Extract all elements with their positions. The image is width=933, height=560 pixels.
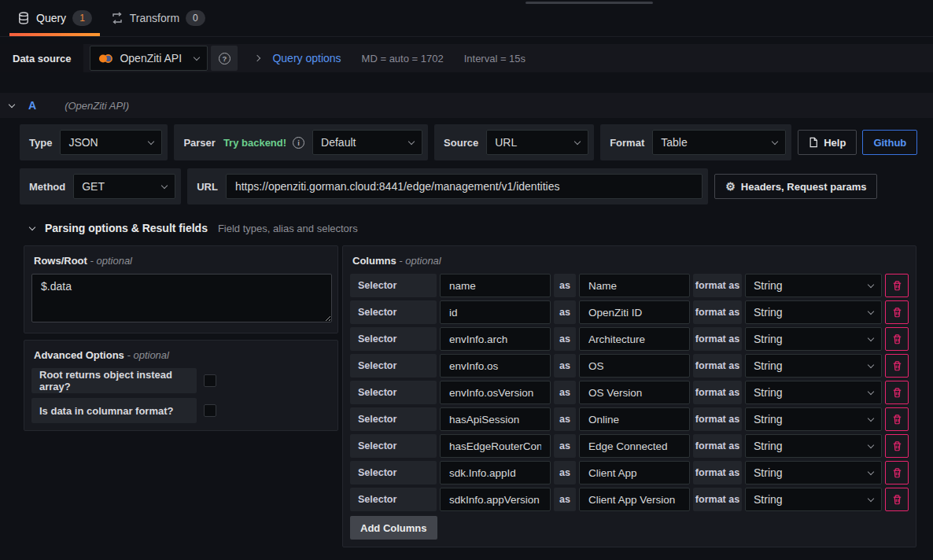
editor-row-2: Method GET URL ⚙ Headers, Request params	[20, 168, 933, 204]
as-label: as	[554, 381, 576, 404]
column-row: Selector as format as String	[350, 327, 909, 351]
column-selector-input[interactable]	[440, 381, 551, 404]
delete-column-button[interactable]	[885, 274, 909, 297]
column-format-select[interactable]: String	[745, 407, 882, 431]
add-columns-button[interactable]: Add Columns	[350, 516, 437, 540]
column-format-select[interactable]: String	[745, 327, 882, 351]
column-selector-input[interactable]	[440, 434, 551, 458]
query-ref-id: A	[28, 99, 36, 112]
parser-field: Parser Try backend! i Default	[174, 124, 428, 160]
format-as-label: format as	[693, 354, 742, 378]
column-format-select[interactable]: String	[745, 461, 882, 484]
datasource-help-button[interactable]: ?	[211, 46, 238, 71]
parser-select[interactable]: Default	[312, 130, 422, 155]
column-alias-input[interactable]	[579, 354, 690, 378]
document-icon	[809, 137, 818, 148]
column-alias-input[interactable]	[579, 488, 690, 511]
column-alias-input[interactable]	[579, 274, 690, 297]
column-format-value: String	[754, 333, 783, 345]
column-selector-input[interactable]	[440, 300, 551, 324]
column-row: Selector as format as String	[350, 274, 909, 297]
delete-column-button[interactable]	[885, 327, 909, 351]
columns-panel: Columns - optional Selector as format as…	[342, 245, 916, 547]
format-select[interactable]: Table	[652, 130, 786, 155]
try-backend-link[interactable]: Try backend!	[223, 137, 286, 149]
as-label: as	[554, 407, 576, 431]
column-format-select[interactable]: String	[745, 488, 882, 511]
column-alias-input[interactable]	[579, 407, 690, 431]
delete-column-button[interactable]	[885, 300, 909, 324]
column-selector-input[interactable]	[440, 327, 551, 351]
selector-label: Selector	[350, 381, 437, 404]
selector-label: Selector	[350, 354, 437, 378]
column-selector-input[interactable]	[440, 354, 551, 378]
help-button[interactable]: Help	[798, 130, 857, 155]
format-field: Format Table	[600, 124, 791, 160]
column-alias-input[interactable]	[579, 461, 690, 484]
delete-column-button[interactable]	[885, 381, 909, 404]
format-as-label: format as	[693, 488, 742, 511]
tab-query-label: Query	[36, 12, 66, 24]
column-alias-input[interactable]	[579, 300, 690, 324]
delete-column-button[interactable]	[885, 407, 909, 431]
chevron-down-icon	[868, 468, 874, 474]
as-label: as	[554, 354, 576, 378]
column-row: Selector as format as String	[350, 381, 909, 404]
tab-query[interactable]: Query 1	[8, 0, 101, 36]
datasource-picker-value: OpenZiti API	[120, 52, 182, 64]
column-selector-input[interactable]	[440, 461, 551, 484]
column-selector-input[interactable]	[440, 407, 551, 431]
github-button[interactable]: Github	[862, 130, 917, 155]
delete-column-button[interactable]	[885, 461, 909, 484]
gear-icon: ⚙	[725, 181, 736, 192]
column-format-value: String	[754, 493, 783, 506]
column-format-select[interactable]: String	[745, 434, 882, 458]
delete-column-button[interactable]	[885, 354, 909, 378]
query-row-header[interactable]: A (OpenZiti API)	[0, 93, 933, 118]
delete-column-button[interactable]	[885, 488, 909, 511]
collapse-chevron-icon	[9, 101, 15, 107]
datasource-picker[interactable]: OpenZiti API	[90, 46, 208, 71]
chevron-down-icon	[868, 495, 874, 501]
chevron-down-icon	[868, 361, 874, 367]
column-format-select[interactable]: String	[745, 300, 882, 324]
headers-request-params-button[interactable]: ⚙ Headers, Request params	[714, 174, 877, 199]
column-format-select[interactable]: String	[745, 274, 882, 297]
columnar-format-row: Is data in columnar format?	[31, 398, 330, 423]
selector-label: Selector	[350, 434, 437, 458]
source-select[interactable]: URL	[486, 130, 588, 155]
as-label: as	[554, 327, 576, 351]
columnar-format-checkbox[interactable]	[204, 404, 216, 417]
parser-select-value: Default	[321, 136, 356, 149]
parsing-section-subtitle: Field types, alias and selectors	[218, 223, 358, 234]
source-field: Source URL	[434, 124, 594, 160]
trash-icon	[891, 387, 903, 399]
rows-root-textarea[interactable]: $.data	[31, 274, 332, 322]
tab-transform[interactable]: Transform 0	[101, 0, 215, 36]
chevron-down-icon	[194, 53, 200, 60]
url-input[interactable]	[226, 174, 703, 199]
delete-column-button[interactable]	[885, 434, 909, 458]
root-returns-object-checkbox[interactable]	[204, 374, 216, 387]
column-format-value: String	[754, 466, 783, 479]
advanced-options-label-text: Advanced Options	[34, 349, 124, 361]
parsing-section-header[interactable]: Parsing options & Result fields Field ty…	[30, 222, 933, 234]
column-format-select[interactable]: String	[745, 381, 882, 404]
editor-row-1: Type JSON Parser Try backend! i Default …	[20, 124, 933, 160]
column-format-select[interactable]: String	[745, 354, 882, 378]
type-select-value: JSON	[68, 136, 98, 149]
column-selector-input[interactable]	[440, 488, 551, 511]
url-field: URL	[187, 168, 708, 204]
format-as-label: format as	[693, 461, 742, 484]
selector-label: Selector	[350, 300, 437, 324]
columns-rows: Selector as format as String Selector as…	[350, 274, 909, 511]
column-alias-input[interactable]	[579, 327, 690, 351]
column-alias-input[interactable]	[579, 381, 690, 404]
column-format-value: String	[754, 279, 783, 292]
query-options-toggle[interactable]: Query options	[272, 52, 341, 64]
method-select[interactable]: GET	[73, 174, 175, 199]
column-row: Selector as format as String	[350, 407, 909, 431]
type-select[interactable]: JSON	[60, 130, 162, 155]
column-selector-input[interactable]	[440, 274, 551, 297]
column-alias-input[interactable]	[579, 434, 690, 458]
